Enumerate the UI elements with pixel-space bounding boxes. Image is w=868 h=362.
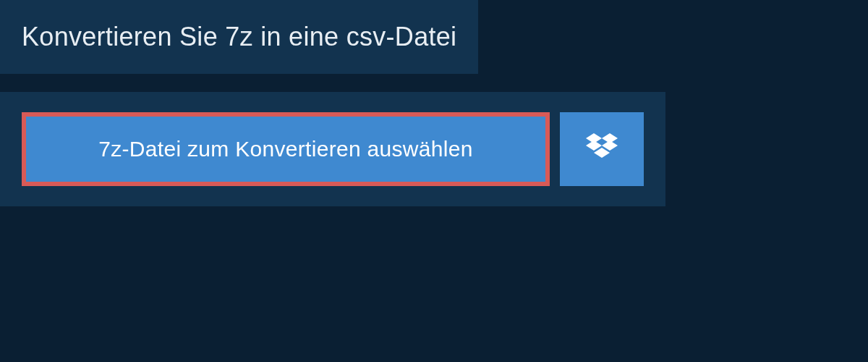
select-file-button[interactable]: 7z-Datei zum Konvertieren auswählen <box>22 112 550 186</box>
dropbox-button[interactable] <box>560 112 644 186</box>
header-panel: Konvertieren Sie 7z in eine csv-Datei <box>0 0 478 74</box>
select-file-label: 7z-Datei zum Konvertieren auswählen <box>98 137 472 161</box>
upload-panel: 7z-Datei zum Konvertieren auswählen <box>0 92 665 206</box>
page-title: Konvertieren Sie 7z in eine csv-Datei <box>22 22 456 52</box>
dropbox-icon <box>586 133 618 165</box>
